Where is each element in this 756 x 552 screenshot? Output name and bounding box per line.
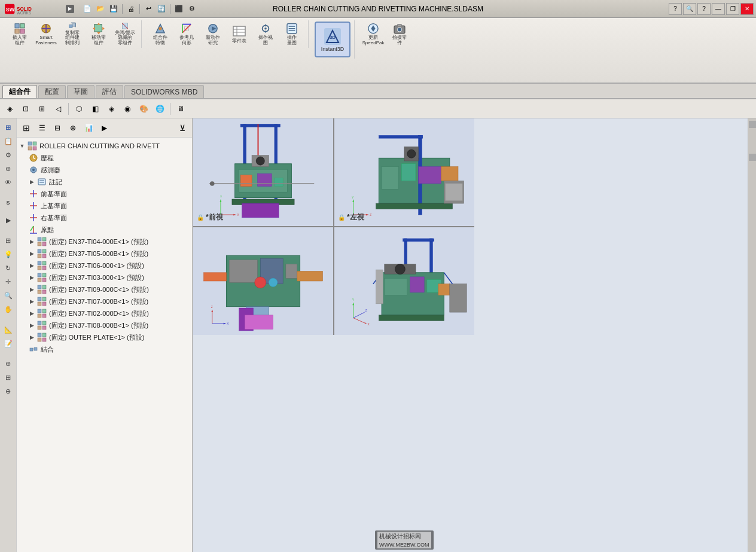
scene-btn[interactable]: 🌐 xyxy=(153,102,167,116)
light-icon[interactable]: 💡 xyxy=(2,248,15,261)
tree-item-en37-ti07[interactable]: ▶ (固定) EN37-TI07-000B<1> (預設) xyxy=(17,295,192,307)
tree-item-history[interactable]: 歷程 xyxy=(17,152,192,164)
iso-view-cell[interactable]: Y X Z xyxy=(334,227,474,335)
pan-icon[interactable]: ✋ xyxy=(2,303,15,316)
assembly-feature-btn[interactable]: 组合件特徵 xyxy=(148,22,173,47)
motion-study-btn[interactable]: 新动作研究 xyxy=(200,22,225,47)
tree-view1-btn[interactable]: ☰ xyxy=(35,121,49,135)
instant3d-btn[interactable]: 3D Instant3D xyxy=(315,22,350,57)
tree-plus-btn[interactable]: ⊕ xyxy=(66,121,80,135)
minimize-btn[interactable]: ? xyxy=(669,3,682,15)
en37-ti05-expand[interactable]: ▶ xyxy=(29,251,35,257)
outer-plate-expand[interactable]: ▶ xyxy=(29,334,35,340)
tree-root-item[interactable]: ▼ ROLLER CHAIN CUTTING AND RIVETT xyxy=(17,140,192,152)
save-btn[interactable]: 💾 xyxy=(108,3,120,15)
ops-label-btn[interactable]: 操作量图 xyxy=(279,22,304,47)
copy-component-btn[interactable]: 复制零组件建制排列 xyxy=(60,22,85,47)
right-strip-btn2[interactable] xyxy=(749,154,756,161)
left-view-cell[interactable]: Y Z 🔒 *左視 xyxy=(334,118,474,226)
triad-icon[interactable]: ⊕ xyxy=(2,385,15,398)
right-strip-btn1[interactable] xyxy=(749,121,756,128)
tree-item-en37-ti03[interactable]: ▶ (固定) EN37-TI03-000<1> (預設) xyxy=(17,272,192,283)
arrow-icon[interactable]: ▶ xyxy=(2,214,15,227)
tree-item-annotation[interactable]: ▶ 註記 xyxy=(17,176,192,188)
display-btn[interactable]: ◈ xyxy=(104,102,118,116)
undo-btn[interactable]: ↩ xyxy=(142,3,154,15)
tree-item-en37-ti09[interactable]: ▶ (固定) EN37-TI09-000C<1> (預設) xyxy=(17,283,192,295)
tab-assembly[interactable]: 組合件 xyxy=(2,85,37,98)
tab-solidworks-mbd[interactable]: SOLIDWORKS MBD xyxy=(124,85,204,98)
en37-ti02-expand[interactable]: ▶ xyxy=(29,310,35,316)
parts-table-btn[interactable]: 零件表 xyxy=(227,22,252,47)
new-file-btn[interactable]: 📄 xyxy=(81,3,93,15)
win-close-btn[interactable]: ✕ xyxy=(740,3,754,15)
tree-item-en37-ti02[interactable]: ▶ (固定) EN37-TI02-000D<1> (預設) xyxy=(17,307,192,319)
view-orient-btn[interactable]: ◧ xyxy=(88,102,102,116)
view-ops-btn[interactable]: 操作视图 xyxy=(253,22,278,47)
sel-filter-strip-icon[interactable]: ⊞ xyxy=(2,234,15,247)
en37-ti09-expand[interactable]: ▶ xyxy=(29,286,35,292)
tree-filter-icon[interactable]: ⊞ xyxy=(19,121,33,135)
rebuild-btn[interactable]: 🔄 xyxy=(156,3,167,15)
en37-ti07-expand[interactable]: ▶ xyxy=(29,298,35,304)
speedpak-btn[interactable]: 更新SpeedPak xyxy=(361,22,386,47)
config-manager-icon[interactable]: ⚙ xyxy=(2,148,15,161)
search-icon[interactable]: 🔍 xyxy=(683,3,696,15)
tree-item-en37-ti08[interactable]: ▶ (固定) EN37-TI08-000B<1> (預設) xyxy=(17,319,192,331)
tree-item-top-plane[interactable]: 上基準面 xyxy=(17,200,192,212)
tree-item-en37-ti04[interactable]: ▶ (固定) EN37-TI04-000E<1> (預設) xyxy=(17,236,192,248)
en37-ti06-expand[interactable]: ▶ xyxy=(29,263,35,269)
tree-filter-btn[interactable]: ⊻ xyxy=(175,121,190,135)
tab-sketch[interactable]: 草圖 xyxy=(67,85,94,98)
tab-config[interactable]: 配置 xyxy=(38,85,66,98)
zoom-sel-btn[interactable]: ⊞ xyxy=(35,102,49,116)
appear-btn[interactable]: 🎨 xyxy=(136,102,151,116)
top-view-cell[interactable]: Z X xyxy=(193,227,333,335)
dim-xpert-icon[interactable]: ⊕ xyxy=(2,162,15,175)
hide-btn[interactable]: ◉ xyxy=(120,102,135,116)
tree-item-combine[interactable]: 結合 xyxy=(17,343,192,355)
annotation-expand[interactable]: ▶ xyxy=(29,179,35,185)
tree-item-sensor[interactable]: 感測器 xyxy=(17,164,192,176)
show-hide-btn[interactable]: 关闭/显示隐藏的零组件 xyxy=(112,22,138,47)
camera-btn[interactable]: 拍摄零件 xyxy=(387,22,412,47)
feature-manager-icon[interactable]: ⊞ xyxy=(2,121,15,134)
tab-eval[interactable]: 評估 xyxy=(96,85,123,98)
translate-icon[interactable]: ✛ xyxy=(2,275,15,288)
display-manager-icon[interactable]: 👁 xyxy=(2,176,15,189)
tree-item-outer-plate[interactable]: ▶ (固定) OUTER PLATE<1> (預設) xyxy=(17,331,192,343)
prev-view-btn[interactable]: ◁ xyxy=(51,102,65,116)
en37-ti03-expand[interactable]: ▶ xyxy=(29,275,35,280)
en37-ti04-expand[interactable]: ▶ xyxy=(29,239,35,245)
grid-icon[interactable]: ⊞ xyxy=(2,371,15,384)
move-component-btn[interactable]: 移动零组件 xyxy=(86,22,111,47)
tree-chart-btn[interactable]: 📊 xyxy=(81,121,96,135)
win-restore-btn[interactable]: ❐ xyxy=(726,3,739,15)
reference-geometry-btn[interactable]: 参考几何形 xyxy=(174,22,199,47)
measure-icon[interactable]: 📐 xyxy=(2,323,15,336)
zoom-fit-btn[interactable]: ⊡ xyxy=(19,102,33,116)
win-minimize-btn[interactable]: — xyxy=(712,3,725,15)
tree-item-right-plane[interactable]: 右基準面 xyxy=(17,212,192,224)
sel-filter-btn[interactable]: ⬛ xyxy=(173,3,185,15)
s-icon[interactable]: S xyxy=(2,196,15,209)
snap-icon[interactable]: ⊕ xyxy=(2,357,15,370)
orient-btn[interactable]: ◈ xyxy=(2,102,17,116)
prop-manager-icon[interactable]: 📋 xyxy=(2,135,15,148)
section-view-btn[interactable]: ⬡ xyxy=(72,102,86,116)
tree-item-en37-ti05[interactable]: ▶ (固定) EN37-TI05-000B<1> (預設) xyxy=(17,248,192,260)
front-view-cell[interactable]: Y X 🔒 *前視 xyxy=(193,118,333,226)
tree-item-front-plane[interactable]: 前基準面 xyxy=(17,188,192,200)
root-expand[interactable]: ▼ xyxy=(19,143,25,149)
insert-component-btn[interactable]: 插入零组件 xyxy=(7,22,32,47)
tree-item-en37-ti06[interactable]: ▶ (固定) EN37-TI06-000<1> (預設) xyxy=(17,260,192,272)
help-btn[interactable]: ? xyxy=(697,3,711,15)
zoom-icon[interactable]: 🔍 xyxy=(2,289,15,302)
note-icon[interactable]: 📝 xyxy=(2,337,15,350)
tree-view2-btn[interactable]: ⊟ xyxy=(50,121,65,135)
en37-ti08-expand[interactable]: ▶ xyxy=(29,322,35,328)
print-btn[interactable]: 🖨 xyxy=(125,3,137,15)
monitor-btn[interactable]: 🖥 xyxy=(173,102,188,116)
tree-expand-btn[interactable]: ▶ xyxy=(97,121,111,135)
open-file-btn[interactable]: 📂 xyxy=(94,3,106,15)
